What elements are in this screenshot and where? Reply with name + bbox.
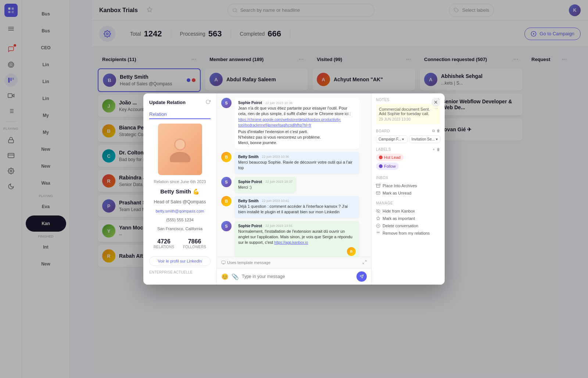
svg-marker-44 <box>376 217 380 220</box>
modal-phone: (555) 555 1234 <box>149 218 211 222</box>
manage-section-label: MANAGE <box>376 201 440 205</box>
modal-relation-tab[interactable]: Relation <box>149 110 211 119</box>
board-campaign-select[interactable]: Campaign F... ▾ <box>376 135 408 143</box>
msg-avatar-sophie3: S <box>221 221 232 231</box>
manage-hide-button[interactable]: Hide from Kanbox <box>376 207 440 215</box>
labels-section: LABELS + 🗑 Hot Lead Follow <box>376 147 440 171</box>
msg-content-3: Sophie Poirot · 22 juin 2023 10:37 Merci… <box>234 177 296 193</box>
msg-content-4: Betty Smith · 22 juin 2023 10:41 Déjà 1 … <box>234 196 359 218</box>
msg-content-2: Betty Smith · 22 juin 2023 10:36 Merci b… <box>234 152 359 174</box>
message-1: S Sophie Poirot · 22 juin 2023 10:36 Jea… <box>221 98 367 149</box>
modal-right-panel: NOTES + 🗑 ··· Commercial document Sent. … <box>371 93 445 285</box>
msg-avatar-betty: B <box>221 152 232 162</box>
message-2: B Betty Smith · 22 juin 2023 10:36 Merci… <box>221 152 367 174</box>
board-delete-icon[interactable]: 🗑 <box>437 129 441 133</box>
template-label: Uses template message <box>227 260 270 265</box>
enterprise-label: ENTERPRISE ACTUELLE <box>149 270 211 274</box>
attach-button[interactable]: 📎 <box>232 273 239 280</box>
msg-avatar-sophie: S <box>221 98 232 108</box>
message-4: B Betty Smith · 22 juin 2023 10:41 Déjà … <box>221 196 367 218</box>
chat-template-bar: Uses template message <box>217 257 371 268</box>
board-invitation-select[interactable]: Invitation Se... ▾ <box>409 135 441 143</box>
msg-content-1: Sophie Poirot · 22 juin 2023 10:36 Jean … <box>234 98 359 149</box>
inbox-section: INBOX Place Into Archives Mark as Unread <box>376 176 440 197</box>
update-relation-modal: ✕ Update Relation Relation Relation sinc <box>143 93 445 285</box>
msg-avatar-betty2: B <box>221 196 232 206</box>
labels-add-icon[interactable]: + <box>433 147 435 151</box>
chat-input-bar: 😊 📎 <box>217 268 371 285</box>
labels-section-label: LABELS + 🗑 <box>376 147 440 151</box>
modal-sync-icon[interactable] <box>205 99 211 106</box>
inbox-unread-button[interactable]: Mark as Unread <box>376 189 440 197</box>
board-label: BOARD ⧉ 🗑 <box>376 129 440 133</box>
modal-location: San Francisco, California <box>149 227 211 231</box>
manage-delete-button[interactable]: Delete conversation <box>376 222 440 229</box>
emoji-button[interactable]: 😊 <box>221 273 229 280</box>
send-button[interactable] <box>356 271 367 282</box>
message-5: S Sophie Poirot · 22 juin 2023 13:91 Nor… <box>221 221 367 257</box>
modal-stats: 4726 RELATIONS 7866 FOLLOWERS <box>149 238 211 249</box>
chat-messages: S Sophie Poirot · 22 juin 2023 10:36 Jea… <box>217 93 371 257</box>
manage-important-button[interactable]: Mark as important <box>376 215 440 222</box>
modal-header: Update Relation <box>149 99 211 106</box>
modal-profile-image <box>158 124 202 175</box>
modal-overlay: ✕ Update Relation Relation Relation sinc <box>0 0 588 378</box>
note-date: 29 JUN 2023 13:30 <box>379 117 437 121</box>
modal-relation-since: Relation since June 6th 2023 <box>149 179 211 184</box>
manage-section: MANAGE Hide from Kanbox Mark as importan… <box>376 201 440 237</box>
note-text: Commercial document Sent. Add Sophie for… <box>379 107 437 116</box>
note-more-icon[interactable]: ··· <box>435 106 438 111</box>
inbox-archives-button[interactable]: Place Into Archives <box>376 182 440 189</box>
svg-point-33 <box>175 140 185 149</box>
modal-person-title: Head of Sales @Qompass <box>149 199 211 204</box>
note-card: ··· Commercial document Sent. Add Sophie… <box>376 104 440 124</box>
label-hot-lead[interactable]: Hot Lead <box>376 154 404 161</box>
board-selectors: Campaign F... ▾ Invitation Se... ▾ <box>376 135 440 143</box>
modal-close-button[interactable]: ✕ <box>431 98 440 107</box>
board-copy-icon[interactable]: ⧉ <box>432 129 435 133</box>
inbox-section-label: INBOX <box>376 176 440 180</box>
expand-icon[interactable] <box>362 259 367 266</box>
svg-line-38 <box>363 263 365 264</box>
modal-chat-panel: S Sophie Poirot · 22 juin 2023 10:36 Jea… <box>217 93 371 285</box>
svg-line-37 <box>365 261 366 262</box>
label-follow[interactable]: Follow <box>376 163 399 170</box>
modal-person-name: Betty Smith 💪 <box>149 188 211 195</box>
notes-section: NOTES + 🗑 ··· Commercial document Sent. … <box>376 98 440 124</box>
svg-rect-41 <box>376 184 380 185</box>
modal-email: betty.smith@qompass.com <box>149 209 211 213</box>
svg-point-32 <box>170 152 190 162</box>
labels-delete-icon[interactable]: 🗑 <box>437 147 441 151</box>
notes-label: NOTES + 🗑 <box>376 98 440 102</box>
chat-input-field[interactable] <box>242 274 354 279</box>
modal-left-panel: Update Relation Relation Relation since … <box>143 93 217 285</box>
linkedin-profile-button[interactable]: Voir le profil sur LinkedIn <box>149 256 211 266</box>
message-3: S Sophie Poirot · 22 juin 2023 10:37 Mer… <box>221 177 367 193</box>
msg-content-5: Sophie Poirot · 22 juin 2023 13:91 Norma… <box>234 221 359 257</box>
modal-title: Update Relation <box>149 100 186 105</box>
svg-rect-34 <box>222 261 225 264</box>
msg-avatar-sophie2: S <box>221 177 232 187</box>
manage-remove-relations-button[interactable]: Remove from my relations <box>376 229 440 237</box>
board-section: BOARD ⧉ 🗑 Campaign F... ▾ Invitation Se.… <box>376 129 440 143</box>
